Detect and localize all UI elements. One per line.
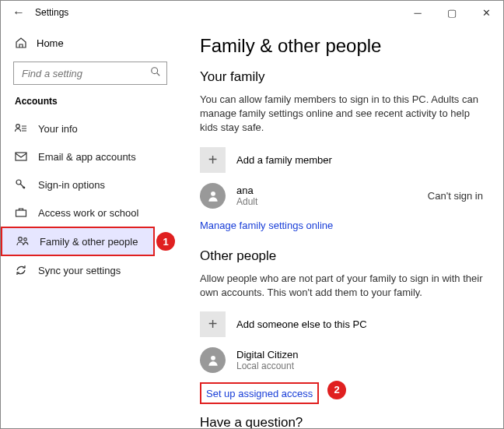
family-member-status: Can't sign in [428,190,483,202]
svg-point-0 [152,68,158,74]
sync-icon [15,264,27,276]
search-input[interactable] [13,62,167,85]
sidebar-item-label: Sync your settings [38,265,121,276]
question-heading: Have a question? [200,415,483,428]
minimize-button[interactable]: ─ [401,1,435,24]
plus-icon: + [200,311,226,337]
avatar [200,347,226,373]
svg-rect-4 [16,210,26,216]
annotation-badge-2: 2 [327,381,346,399]
back-button[interactable]: ← [7,1,30,24]
family-member-row[interactable]: ana Adult Can't sign in [200,182,483,210]
avatar [200,183,226,209]
svg-point-5 [19,237,23,241]
sidebar-group-header: Accounts [1,93,180,114]
sidebar-item-email-accounts[interactable]: Email & app accounts [1,142,180,171]
sidebar-item-label: Your info [38,123,78,135]
svg-point-7 [211,191,215,195]
sidebar-item-label: Sign-in options [38,179,105,191]
sidebar-item-access-work-school[interactable]: Access work or school [1,199,180,227]
add-someone-else-button[interactable]: + Add someone else to this PC [200,311,483,339]
svg-point-6 [24,238,27,241]
search-icon [150,66,161,80]
other-description: Allow people who are not part of your fa… [200,272,483,300]
family-member-role: Adult [236,196,428,207]
add-family-member-label: Add a family member [236,154,332,166]
sidebar-item-label: Family & other people [40,236,138,248]
other-user-name: Digital Citizen [236,349,483,360]
page-title: Family & other people [200,35,483,57]
svg-point-8 [211,356,215,360]
sidebar-item-label: Access work or school [38,207,138,219]
nav-home-label: Home [37,37,64,49]
people-icon [16,235,29,248]
sidebar-item-your-info[interactable]: Your info [1,114,180,142]
svg-point-1 [16,125,20,128]
mail-icon [15,150,27,163]
manage-family-link[interactable]: Manage family settings online [200,220,333,231]
sidebar-item-family-other-people[interactable]: Family & other people [1,227,155,256]
family-member-name: ana [236,185,428,196]
plus-icon: + [200,147,226,173]
sidebar-item-label: Email & app accounts [38,151,136,163]
svg-rect-2 [16,153,26,160]
close-button[interactable]: ✕ [469,1,503,24]
window-title: Settings [35,7,68,18]
add-someone-else-label: Add someone else to this PC [236,318,367,330]
home-icon [15,37,27,49]
nav-home[interactable]: Home [1,29,180,57]
other-user-role: Local account [236,360,483,371]
assigned-access-link[interactable]: Set up assigned access [206,388,313,399]
annotation-badge-1: 1 [156,232,175,251]
add-family-member-button[interactable]: + Add a family member [200,146,483,174]
family-description: You can allow family members to sign in … [200,93,483,135]
key-icon [15,178,27,191]
sidebar-item-signin-options[interactable]: Sign-in options [1,171,180,199]
other-user-row[interactable]: Digital Citizen Local account [200,346,483,374]
section-title-other: Other people [200,248,483,264]
sidebar-item-sync-settings[interactable]: Sync your settings [1,256,180,284]
maximize-button[interactable]: ▢ [435,1,469,24]
user-info-icon [15,122,27,135]
section-title-family: Your family [200,69,483,85]
briefcase-icon [15,206,27,219]
